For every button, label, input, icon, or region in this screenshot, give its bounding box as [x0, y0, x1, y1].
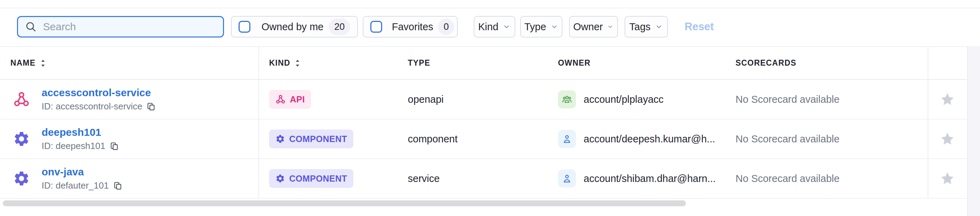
catalog-page: Owned by me 20 Favorites 0 Kind Type Own…: [0, 0, 980, 216]
scorecards-cell: No Scorecard available: [725, 94, 928, 105]
favorites-label: Favorites: [392, 21, 433, 33]
gear-icon: [275, 134, 285, 144]
owner-dropdown-label: Owner: [573, 21, 603, 33]
kind-dropdown[interactable]: Kind: [474, 16, 515, 37]
api-icon: [10, 91, 33, 108]
type-cell: service: [397, 173, 547, 184]
type-dropdown[interactable]: Type: [520, 16, 563, 37]
column-header-type: TYPE: [397, 58, 547, 68]
entity-id: ID: deepesh101: [41, 141, 105, 151]
search-box[interactable]: [17, 16, 224, 37]
horizontal-scrollbar-thumb[interactable]: [3, 200, 686, 206]
chevron-down-icon: [550, 22, 558, 31]
group-icon: [558, 90, 576, 108]
chevron-down-icon: [607, 22, 614, 31]
person-icon: [256, 22, 256, 32]
top-divider: [0, 8, 980, 8]
vertical-scrollbar-track[interactable]: [967, 46, 980, 216]
column-header-scorecards: SCORECARDS: [725, 58, 928, 68]
table-header-row: NAME KIND TYPE OWNER SCORECARDS: [0, 47, 967, 80]
favorites-count: 0: [438, 19, 454, 35]
type-cell: openapi: [397, 94, 547, 105]
entity-name-link[interactable]: accesscontrol-service: [41, 87, 156, 99]
owner-cell: account/shibam.dhar@harn...: [547, 170, 725, 187]
entity-id: ID: accesscontrol-service: [41, 101, 142, 112]
entity-name-link[interactable]: onv-java: [41, 166, 123, 178]
owner-cell: account/plplayacc: [547, 90, 725, 108]
gear-icon: [10, 170, 33, 187]
column-divider: [258, 46, 259, 198]
kind-badge-api: API: [269, 90, 311, 109]
favorite-star-icon[interactable]: [939, 171, 955, 187]
name-cell: accesscontrol-service ID: accesscontrol-…: [0, 87, 258, 112]
column-divider: [928, 46, 928, 198]
type-dropdown-label: Type: [524, 21, 546, 33]
column-header-kind[interactable]: KIND: [258, 58, 397, 68]
kind-badge-component: COMPONENT: [269, 169, 353, 188]
chevron-down-icon: [655, 22, 663, 31]
favorites-checkbox[interactable]: [371, 21, 382, 33]
owner-name: account/plplayacc: [584, 94, 664, 105]
sort-icon[interactable]: [39, 59, 47, 68]
owned-by-me-count: 20: [329, 19, 350, 35]
favorite-cell: [928, 131, 967, 147]
favorite-cell: [928, 91, 967, 107]
name-cell: deepesh101 ID: deepesh101: [0, 126, 258, 151]
favorite-star-icon[interactable]: [939, 131, 955, 147]
column-header-name[interactable]: NAME: [0, 58, 258, 68]
person-icon: [558, 130, 576, 148]
copy-icon[interactable]: [113, 181, 123, 190]
kind-cell: COMPONENT: [258, 130, 397, 148]
table-row[interactable]: deepesh101 ID: deepesh101 COMPONENT comp…: [0, 120, 967, 159]
person-icon: [558, 170, 576, 187]
api-icon: [275, 94, 286, 104]
table-row[interactable]: onv-java ID: defauter_101 COMPONENT serv…: [0, 159, 967, 198]
catalog-table: NAME KIND TYPE OWNER SCORECARDS: [0, 47, 967, 198]
favorite-cell: [928, 171, 967, 187]
favorites-filter[interactable]: Favorites 0: [363, 16, 458, 37]
column-header-owner: OWNER: [547, 58, 725, 68]
type-cell: component: [397, 133, 547, 145]
entity-name-link[interactable]: deepesh101: [41, 126, 119, 138]
copy-icon[interactable]: [146, 102, 156, 111]
kind-cell: COMPONENT: [258, 169, 397, 188]
search-icon: [25, 21, 37, 33]
search-input[interactable]: [42, 21, 217, 33]
kind-badge-component: COMPONENT: [269, 130, 353, 148]
owned-by-me-checkbox[interactable]: [239, 21, 250, 33]
sort-icon[interactable]: [294, 59, 301, 68]
owned-by-me-filter[interactable]: Owned by me 20: [231, 16, 358, 37]
name-cell: onv-java ID: defauter_101: [0, 166, 258, 191]
owner-name: account/shibam.dhar@harn...: [584, 173, 716, 184]
favorite-star-icon[interactable]: [939, 91, 955, 107]
copy-icon[interactable]: [110, 141, 119, 151]
filter-bar: Owned by me 20 Favorites 0 Kind Type Own…: [17, 16, 714, 37]
tags-dropdown[interactable]: Tags: [625, 16, 668, 37]
owned-by-me-label: Owned by me: [261, 21, 323, 33]
owner-name: account/deepesh.kumar@h...: [584, 133, 715, 145]
table-row[interactable]: accesscontrol-service ID: accesscontrol-…: [0, 80, 967, 120]
owner-dropdown[interactable]: Owner: [569, 16, 618, 37]
scorecards-cell: No Scorecard available: [725, 173, 928, 184]
kind-cell: API: [258, 90, 397, 109]
scorecards-cell: No Scorecard available: [725, 133, 928, 145]
gear-icon: [10, 130, 33, 147]
owner-cell: account/deepesh.kumar@h...: [547, 130, 725, 148]
kind-dropdown-label: Kind: [478, 21, 498, 33]
gear-icon: [275, 174, 285, 183]
chevron-down-icon: [503, 22, 511, 31]
reset-button[interactable]: Reset: [684, 21, 714, 33]
entity-id: ID: defauter_101: [41, 180, 109, 191]
tags-dropdown-label: Tags: [629, 21, 651, 33]
